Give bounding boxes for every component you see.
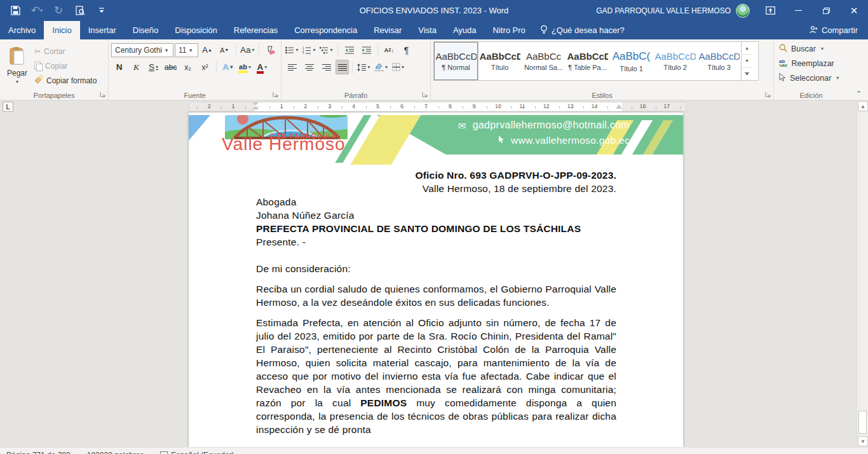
tab-nitro-pro[interactable]: Nitro Pro — [485, 21, 534, 39]
language-indicator[interactable]: ✓ Español (Ecuador) — [160, 451, 234, 454]
ruler-number: 9 — [473, 103, 476, 109]
strikethrough-button[interactable]: abc — [163, 60, 179, 74]
redo-icon: ↻ — [52, 4, 65, 17]
oficio-reference-line: Oficio Nro. 693 GADPRVH-O-JPP-09-2023. — [256, 169, 616, 182]
customize-quick-access-icon[interactable] — [95, 4, 108, 17]
search-icon — [779, 44, 787, 54]
dialog-launcher-icon[interactable] — [100, 92, 106, 98]
print-preview-icon[interactable] — [74, 4, 86, 17]
word-count[interactable]: 183838 palabras — [87, 451, 144, 454]
style-normal-sa[interactable]: AaBbCc Normal Sa... — [522, 42, 566, 80]
scroll-down-icon[interactable]: ▼ — [858, 436, 868, 446]
share-button[interactable]: Compartir — [799, 21, 868, 39]
align-right-icon[interactable] — [318, 60, 334, 74]
scrollbar-thumb[interactable] — [858, 411, 867, 434]
ruler-number: 1 — [280, 103, 283, 109]
bold-button[interactable]: N — [111, 60, 127, 74]
sort-icon[interactable]: AZ↓ — [381, 43, 397, 57]
style-titulo-2[interactable]: AaBbCcD Título 2 — [653, 42, 697, 80]
style-titulo-3[interactable]: AaBbCcD Título 3 — [697, 42, 741, 80]
superscript-button[interactable]: x² — [197, 60, 213, 74]
text-effects-button[interactable]: A — [220, 60, 236, 74]
vertical-scrollbar[interactable]: ▲ ▼ — [857, 100, 868, 447]
ruler-number: 2 — [304, 103, 307, 109]
group-estilos: AaBbCcD ¶ Normal AaBbCcD Título AaBbCc N… — [430, 39, 773, 100]
font-name-combobox[interactable]: Century Gothi ▾ — [111, 43, 173, 57]
avatar[interactable] — [736, 4, 750, 18]
ruler-number: 11 — [519, 103, 525, 109]
decrease-indent-icon[interactable] — [341, 43, 357, 57]
bullets-icon[interactable] — [284, 43, 300, 57]
italic-button[interactable]: K — [128, 60, 144, 74]
multilevel-list-icon[interactable] — [318, 43, 334, 57]
indent-marker-left[interactable] — [252, 102, 259, 109]
borders-icon[interactable] — [390, 60, 406, 74]
banner-blue-triangle — [189, 115, 210, 141]
tab-diseno[interactable]: Diseño — [125, 21, 166, 39]
increase-indent-icon[interactable] — [358, 43, 374, 57]
page-indicator[interactable]: Página 771 de 783 — [6, 451, 71, 454]
font-color-button[interactable]: A — [254, 60, 270, 74]
date-line: Valle Hermoso, 18 de septiembre del 2023… — [256, 182, 616, 195]
styles-more-icon[interactable]: ▼ — [742, 67, 752, 80]
style-titulo-1[interactable]: AaBbC( Título 1 — [609, 42, 653, 80]
save-icon[interactable] — [9, 4, 22, 17]
tab-referencias[interactable]: Referencias — [226, 21, 286, 39]
dialog-launcher-icon[interactable] — [422, 92, 428, 98]
align-left-icon[interactable] — [284, 60, 300, 74]
tab-insertar[interactable]: Insertar — [80, 21, 125, 39]
format-painter-button[interactable]: Copiar formato — [32, 73, 99, 88]
underline-button[interactable]: S — [146, 60, 161, 74]
ribbon-display-options-icon[interactable] — [756, 0, 784, 21]
paste-dropdown-arrow[interactable]: ▾ — [16, 79, 18, 85]
tell-me-box[interactable]: ¿Qué desea hacer? — [534, 21, 631, 39]
tab-revisar[interactable]: Revisar — [365, 21, 410, 39]
tab-ayuda[interactable]: Ayuda — [445, 21, 485, 39]
tab-stop-selector[interactable]: L — [3, 102, 13, 112]
clear-formatting-button[interactable] — [262, 43, 278, 57]
dialog-launcher-icon[interactable] — [765, 92, 771, 98]
scroll-up-icon[interactable]: ▲ — [858, 101, 868, 111]
justify-icon[interactable] — [336, 60, 349, 74]
show-marks-icon[interactable]: ¶ — [398, 43, 414, 57]
select-button[interactable]: Seleccionar ▾ — [776, 71, 846, 85]
shading-icon[interactable] — [373, 60, 389, 74]
align-center-icon[interactable] — [301, 60, 317, 74]
styles-scroll-down-icon[interactable]: ▼ — [742, 54, 752, 67]
numbering-icon[interactable]: 123 — [301, 43, 317, 57]
tab-correspondencia[interactable]: Correspondencia — [286, 21, 365, 39]
tab-inicio[interactable]: Inicio — [44, 21, 79, 39]
minimize-button[interactable] — [784, 0, 812, 21]
letter-body[interactable]: Oficio Nro. 693 GADPRVH-O-JPP-09-2023. V… — [256, 169, 616, 436]
grow-font-button[interactable]: A▲ — [200, 43, 215, 57]
copy-button[interactable]: Copiar — [32, 58, 99, 73]
horizontal-ruler[interactable]: 2112345678910111213141617 — [189, 102, 686, 112]
subscript-button[interactable]: x₂ — [180, 60, 196, 74]
shrink-font-button[interactable]: A▼ — [217, 43, 233, 57]
style-titulo[interactable]: AaBbCcD Título — [478, 42, 522, 80]
ruler-number: 10 — [495, 103, 501, 109]
tab-disposicion[interactable]: Disposición — [166, 21, 225, 39]
font-size-combobox[interactable]: 11 ▾ — [175, 43, 198, 57]
styles-scroll-up-icon[interactable]: ▲ — [742, 42, 752, 54]
indent-marker-right[interactable] — [616, 104, 622, 109]
replace-button[interactable]: ab⤷ac Reemplazar — [776, 56, 846, 71]
style-normal[interactable]: AaBbCcD ¶ Normal — [434, 42, 478, 80]
line-spacing-icon[interactable] — [356, 60, 372, 74]
dialog-launcher-icon[interactable] — [273, 92, 279, 98]
tab-archivo[interactable]: Archivo — [0, 21, 44, 39]
tab-vista[interactable]: Vista — [410, 21, 445, 39]
collapse-ribbon-icon[interactable]: ⌃ — [856, 90, 862, 98]
highlight-button[interactable]: ab — [237, 60, 253, 74]
restore-button[interactable] — [812, 0, 840, 21]
style-table-pa[interactable]: AaBbCcD ¶ Table Pa... — [566, 42, 609, 80]
paste-button[interactable]: Pegar ▾ — [3, 41, 32, 88]
undo-icon: ↶▾ — [31, 4, 43, 17]
cut-button[interactable]: ✂ Cortar — [32, 44, 99, 58]
close-button[interactable]: ✕ — [840, 0, 868, 21]
change-case-button[interactable]: Aa — [239, 43, 255, 57]
account-name[interactable]: GAD PARROQUIAL VALLE HERMOSO — [596, 6, 731, 15]
find-button[interactable]: Buscar ▾ — [776, 41, 846, 56]
styles-gallery: AaBbCcD ¶ Normal AaBbCcD Título AaBbCc N… — [433, 41, 759, 81]
document-page[interactable]: GAD PARROQUIAL Valle Hermoso ✉ gadprvall… — [189, 113, 683, 447]
